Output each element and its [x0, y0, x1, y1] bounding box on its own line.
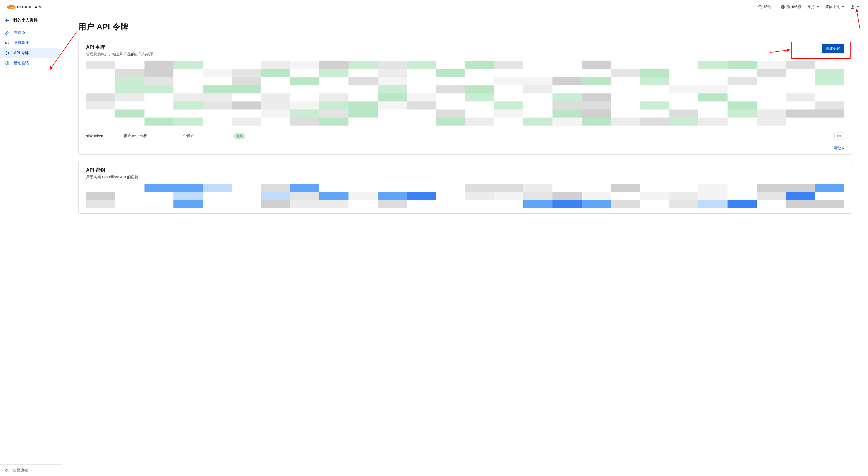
api-tokens-card: API 令牌 管理您的帐户、站点和产品的访问与权限 创建令牌 sink-toke… — [78, 38, 852, 155]
redacted-tokens-area — [86, 61, 844, 130]
svg-point-9 — [5, 42, 7, 44]
svg-point-0 — [758, 5, 761, 8]
search-icon — [758, 5, 763, 9]
goto-search[interactable]: 转到... — [758, 5, 775, 9]
caret-down-icon — [842, 6, 844, 8]
card-header: API 令牌 管理您的帐户、站点和产品的访问与权限 创建令牌 — [79, 38, 851, 61]
sidebar-item-auth[interactable]: 身份验证 — [0, 38, 62, 48]
goto-label: 转到... — [764, 5, 775, 9]
sidebar-item-label: API 令牌 — [14, 50, 29, 56]
svg-point-5 — [852, 5, 854, 7]
sidebar-nav: 首选项 身份验证 API 令牌 活动会话 — [0, 27, 62, 68]
sidebar-item-label: 活动会话 — [14, 61, 29, 66]
user-avatar-icon — [850, 5, 855, 9]
sidebar-title: 我的个人资料 — [13, 18, 37, 23]
token-permissions: 帐户.帐户分析 — [124, 134, 180, 138]
card-subtitle: 管理您的帐户、站点和产品的访问与权限 — [86, 52, 154, 57]
language-label: 简体中文 — [825, 5, 840, 9]
chevrons-left-icon — [5, 468, 9, 473]
sidebar-back-header[interactable]: 我的个人资料 — [0, 14, 62, 27]
support-menu[interactable]: 支持 — [807, 5, 819, 9]
plus-circle-icon — [781, 5, 785, 9]
card-subtitle: 用于访问 Cloudflare API 的密钥。 — [86, 175, 844, 180]
sidebar-item-preferences[interactable]: 首选项 — [0, 28, 62, 38]
key-icon — [5, 40, 10, 45]
collapse-sidebar[interactable]: 折叠边栏 — [0, 465, 62, 476]
caret-down-icon — [857, 6, 860, 8]
card-title: API 密钥 — [86, 167, 844, 173]
token-accounts: 1 个帐户 — [180, 134, 234, 138]
main-content: 用户 API 令牌 API 令牌 管理您的帐户、站点和产品的访问与权限 创建令牌 — [62, 14, 868, 476]
sidebar: 我的个人资料 首选项 身份验证 API 令牌 活动会话 — [0, 14, 62, 476]
user-menu[interactable] — [850, 5, 860, 9]
card-header: API 密钥 用于访问 Cloudflare API 的密钥。 — [79, 161, 851, 184]
page-title: 用户 API 令牌 — [78, 22, 852, 32]
add-site[interactable]: 添加站点 — [781, 5, 802, 9]
triangle-right-icon — [842, 147, 844, 150]
language-menu[interactable]: 简体中文 — [825, 5, 844, 9]
clock-icon — [5, 61, 10, 66]
top-header: CLOUDFLARE 转到... 添加站点 支持 简体中文 — [0, 0, 868, 14]
logo-text: CLOUDFLARE — [17, 5, 43, 8]
svg-line-1 — [761, 8, 762, 9]
sidebar-item-sessions[interactable]: 活动会话 — [0, 58, 62, 68]
arrow-left-icon — [5, 18, 10, 23]
add-site-label: 添加站点 — [786, 5, 802, 9]
sidebar-item-api-tokens[interactable]: API 令牌 — [0, 48, 60, 58]
logo[interactable]: CLOUDFLARE — [6, 4, 43, 10]
braces-icon — [5, 50, 10, 56]
help-label: 帮助 — [834, 146, 841, 151]
help-link[interactable]: 帮助 — [834, 146, 844, 151]
sidebar-item-label: 身份验证 — [14, 40, 29, 45]
token-row: sink-token 帐户.帐户分析 1 个帐户 有效 ••• — [86, 130, 844, 143]
create-token-button[interactable]: 创建令牌 — [822, 44, 844, 53]
redacted-keys-area — [86, 184, 844, 213]
pencil-icon — [5, 30, 10, 35]
ellipsis-icon: ••• — [837, 134, 842, 138]
cloudflare-cloud-icon — [6, 4, 17, 10]
card-title: API 令牌 — [86, 44, 154, 50]
token-name: sink-token — [86, 134, 124, 138]
caret-down-icon — [816, 6, 819, 8]
token-more-button[interactable]: ••• — [835, 133, 844, 139]
sidebar-item-label: 首选项 — [14, 30, 25, 35]
collapse-label: 折叠边栏 — [13, 468, 28, 473]
support-label: 支持 — [807, 5, 815, 9]
api-keys-card: API 密钥 用于访问 Cloudflare API 的密钥。 — [78, 161, 852, 214]
status-badge: 有效 — [234, 133, 245, 139]
header-right: 转到... 添加站点 支持 简体中文 — [758, 5, 860, 9]
